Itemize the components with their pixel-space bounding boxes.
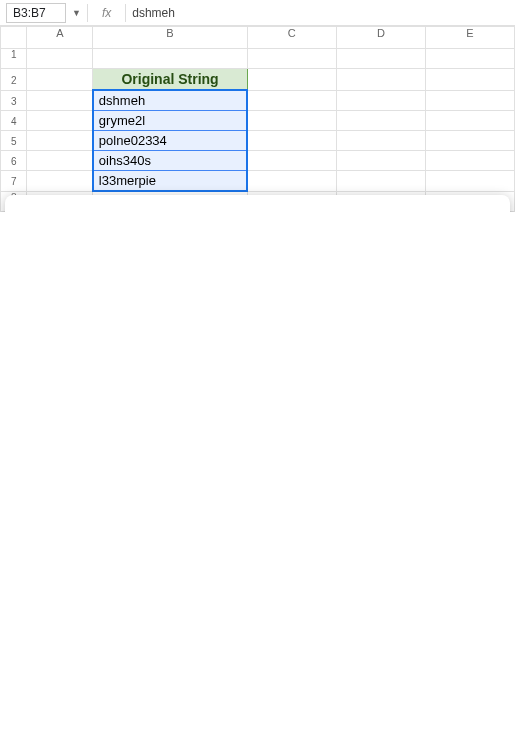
cell[interactable] [425,49,514,69]
spreadsheet-grid[interactable]: A B C D E 1 2Original String 3dshmeh 4gr… [0,26,515,212]
cell[interactable] [425,90,514,111]
divider [125,4,126,22]
cell[interactable] [27,131,93,151]
row-header[interactable]: 4 [1,111,27,131]
cell[interactable] [425,131,514,151]
cell-selected[interactable]: gryme2l [93,111,247,131]
cell[interactable] [425,151,514,171]
cell-selected[interactable]: polne02334 [93,131,247,151]
cell[interactable] [336,151,425,171]
row-header[interactable]: 7 [1,171,27,192]
row-header[interactable]: 1 [1,49,27,69]
cell[interactable] [27,151,93,171]
divider [87,4,88,22]
cell[interactable] [247,49,336,69]
name-box[interactable]: B3:B7 [6,3,66,23]
cell[interactable] [93,49,247,69]
fx-icon: fx [94,6,119,20]
col-header[interactable]: E [425,27,514,49]
cell[interactable] [425,111,514,131]
row-header[interactable]: 5 [1,131,27,151]
cell[interactable] [27,90,93,111]
cell-selected[interactable]: oihs340s [93,151,247,171]
cell[interactable] [336,69,425,91]
cell[interactable] [247,171,336,192]
formula-input[interactable]: dshmeh [132,6,175,20]
cell[interactable] [27,49,93,69]
col-header[interactable]: D [336,27,425,49]
cell[interactable] [247,131,336,151]
col-header[interactable]: B [93,27,247,49]
cell[interactable] [336,111,425,131]
cell[interactable] [336,131,425,151]
cell[interactable] [27,111,93,131]
cell[interactable] [27,171,93,192]
cell[interactable] [336,171,425,192]
cell[interactable] [336,90,425,111]
row-header[interactable]: 6 [1,151,27,171]
table-header[interactable]: Original String [93,69,247,91]
cell[interactable] [247,90,336,111]
cell[interactable] [247,111,336,131]
cell-selected[interactable]: l33merpie [93,171,247,192]
chevron-down-icon[interactable]: ▼ [72,8,81,18]
row-header[interactable]: 3 [1,90,27,111]
cell[interactable] [336,49,425,69]
row-header[interactable]: 2 [1,69,27,91]
cell[interactable] [425,171,514,192]
find-replace-dialog: Find and replace ✕ Find Replace with Sea… [5,195,510,212]
cell[interactable] [247,151,336,171]
col-header[interactable]: A [27,27,93,49]
cell[interactable] [425,69,514,91]
formula-bar-row: B3:B7 ▼ fx dshmeh [0,0,515,26]
cell[interactable] [27,69,93,91]
corner-cell[interactable] [1,27,27,49]
cell-selected[interactable]: dshmeh [93,90,247,111]
col-header[interactable]: C [247,27,336,49]
cell[interactable] [247,69,336,91]
